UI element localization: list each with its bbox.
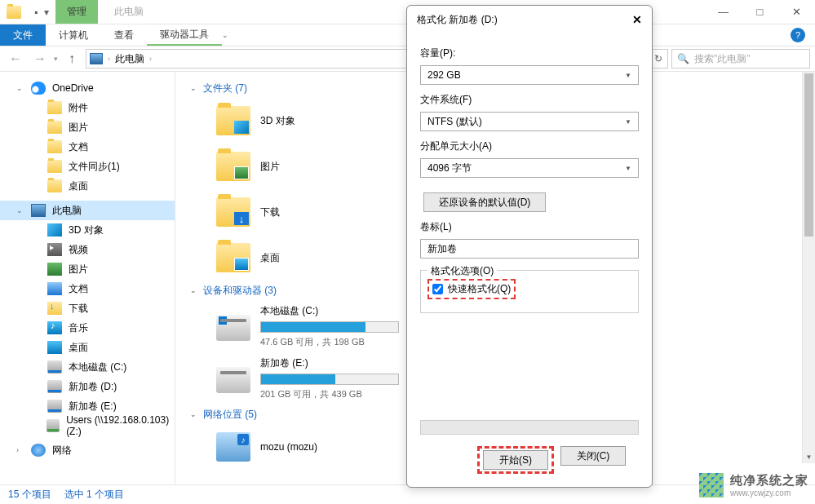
ribbon-file[interactable]: 文件 [0,24,46,46]
nav-history-dropdown[interactable]: ▾ [54,55,58,63]
minimize-button[interactable]: — [705,0,742,24]
tree-item[interactable]: Users (\\192.168.0.103) (Z:) [0,416,175,435]
folder-icon [7,6,21,19]
format-options-group: 格式化选项(O) 快速格式化(Q) [420,270,639,313]
tree-label: OneDrive [52,82,94,94]
folder-icon [216,152,250,181]
chevron-down-icon[interactable]: ⌄ [16,84,24,92]
breadcrumb-sep: › [108,55,110,63]
ribbon-view[interactable]: 查看 [101,24,147,46]
dropdown-icon: ▼ [625,165,631,172]
section-title: 网络位置 (5) [203,408,257,422]
chevron-down-icon[interactable]: ⌄ [16,206,24,214]
select-value: 4096 字节 [427,161,472,175]
watermark: 纯净系统之家 www.ycwjzy.com [699,473,808,497]
download-overlay-icon: ↓ [234,212,249,225]
restore-defaults-button[interactable]: 还原设备的默认值(D) [423,192,546,212]
tree-item[interactable]: 音乐 [0,318,175,338]
help-icon[interactable]: ? [791,28,805,42]
tree-label: 文档 [69,282,88,296]
tree-item[interactable]: 图片 [0,259,175,279]
video-icon [47,243,62,256]
tree-item[interactable]: 3D 对象 [0,220,175,240]
alloc-label: 分配单元大小(A) [420,139,639,153]
nav-back[interactable]: ← [5,48,26,69]
quick-format-checkbox[interactable] [432,284,443,294]
nav-forward[interactable]: → [29,48,51,69]
search-box[interactable]: 🔍 搜索"此电脑" [671,49,810,69]
quick-access-pin[interactable]: ▪ [28,0,44,24]
breadcrumb-location[interactable]: 此电脑 [115,52,144,66]
tree-item[interactable]: 下载 [0,298,175,318]
dialog-title-text: 格式化 新加卷 (D:) [417,13,498,27]
item-label: 3D 对象 [260,114,295,128]
scroll-down-icon[interactable]: ▼ [803,450,815,463]
scroll-thumb[interactable] [804,73,813,237]
tree-item[interactable]: 文档 [0,279,175,298]
sidebar-tree: ⌄ OneDrive 附件 图片 文档 文件同步(1) 桌面 ⌄ 此电脑 3D … [0,72,175,484]
nav-up[interactable]: ↑ [61,48,82,69]
tree-item[interactable]: 图片 [0,117,175,137]
close-button[interactable]: ✕ [778,0,815,24]
breadcrumb-sep[interactable]: › [149,55,152,63]
tree-item[interactable]: 桌面 [0,338,175,357]
section-title: 设备和驱动器 (3) [203,284,277,298]
tree-onedrive[interactable]: ⌄ OneDrive [0,78,175,98]
folder-icon: ↓ [216,197,250,227]
capacity-label: 容量(P): [420,46,639,60]
start-button[interactable]: 开始(S) [483,450,548,470]
drive-icon [47,380,62,393]
tree-network[interactable]: › 网络 [0,440,175,460]
item-label: 下载 [260,206,280,219]
tree-item[interactable]: 文档 [0,137,175,157]
tree-this-pc[interactable]: ⌄ 此电脑 [0,201,175,220]
pictures-icon [47,263,62,276]
drive-usage-bar [260,374,399,385]
desktop-icon [47,341,62,354]
chevron-right-icon[interactable]: › [16,446,24,454]
alloc-select[interactable]: 4096 字节 ▼ [420,158,639,178]
format-dialog: 格式化 新加卷 (D:) ✕ 容量(P): 292 GB ▼ 文件系统(F) N… [406,5,653,488]
scrollbar[interactable]: ▲ ▼ [802,72,815,463]
tree-item[interactable]: 本地磁盘 (C:) [0,357,175,377]
tree-label: 图片 [69,263,88,276]
downloads-icon [47,302,62,315]
watermark-logo-icon [699,473,724,497]
folder-icon [47,160,62,173]
volume-label-label: 卷标(L) [420,220,639,234]
tree-label: 音乐 [69,321,88,335]
tree-item[interactable]: 桌面 [0,176,175,196]
tree-item[interactable]: 新加卷 (E:) [0,396,175,416]
tree-item[interactable]: 视频 [0,240,175,259]
folder-icon [47,101,62,114]
pc-icon [90,53,103,64]
tree-item[interactable]: 附件 [0,98,175,117]
annotation-highlight: 快速格式化(Q) [427,279,516,299]
drive-icon [216,315,250,341]
close-dialog-button[interactable]: 关闭(C) [560,446,626,466]
explorer-icon-tab[interactable] [0,0,28,24]
network-pc-icon [216,432,250,462]
quick-access-dropdown[interactable]: ▾ [44,0,55,24]
volume-label-input[interactable]: 新加卷 [420,239,639,259]
drive-icon [216,367,250,393]
ribbon-drive-tools[interactable]: 驱动器工具 [147,24,222,46]
tree-label: 桌面 [69,179,88,193]
ribbon-expand-icon[interactable]: ⌄ [222,31,228,39]
chevron-down-icon: ⌄ [190,410,197,418]
capacity-select[interactable]: 292 GB ▼ [420,65,639,85]
desktop-overlay-icon [234,258,249,271]
dropdown-icon: ▼ [625,72,631,79]
select-value: 292 GB [427,69,461,81]
maximize-button[interactable]: □ [742,0,778,24]
tree-item[interactable]: 文件同步(1) [0,157,175,176]
chevron-down-icon: ⌄ [190,286,197,294]
tree-item[interactable]: 新加卷 (D:) [0,377,175,396]
picture-overlay-icon [234,166,249,179]
search-placeholder: 搜索"此电脑" [694,52,751,66]
format-options-legend: 格式化选项(O) [427,264,497,278]
dialog-close-button[interactable]: ✕ [632,13,642,26]
filesystem-select[interactable]: NTFS (默认) ▼ [420,112,639,131]
manage-context-tab[interactable]: 管理 [55,0,98,24]
ribbon-computer[interactable]: 计算机 [46,24,101,46]
